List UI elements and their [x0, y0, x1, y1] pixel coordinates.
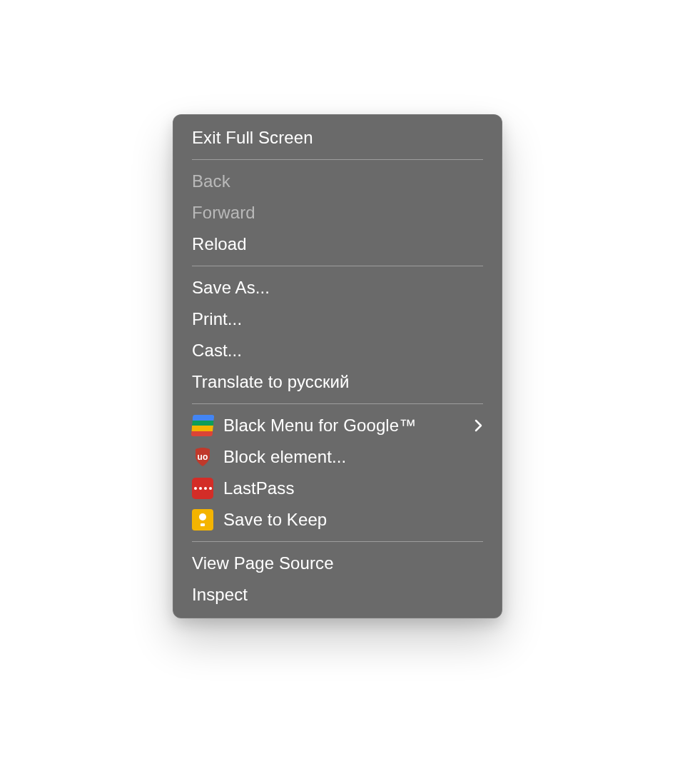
menu-label-forward: Forward	[192, 201, 483, 224]
menu-item-block-element[interactable]: uo Block element...	[173, 441, 502, 473]
menu-separator	[192, 266, 483, 266]
menu-label-exit-full-screen: Exit Full Screen	[192, 126, 483, 149]
google-keep-icon	[192, 509, 213, 531]
menu-item-save-as[interactable]: Save As...	[173, 272, 502, 303]
menu-label-view-page-source: View Page Source	[192, 552, 483, 575]
menu-item-translate[interactable]: Translate to русский	[173, 366, 502, 398]
ublock-origin-icon: uo	[192, 446, 213, 468]
lastpass-icon	[192, 478, 213, 499]
menu-label-cast: Cast...	[192, 339, 483, 362]
menu-label-print: Print...	[192, 308, 483, 331]
menu-item-save-to-keep[interactable]: Save to Keep	[173, 504, 502, 536]
menu-item-cast[interactable]: Cast...	[173, 335, 502, 366]
menu-label-save-as: Save As...	[192, 276, 483, 299]
menu-item-reload[interactable]: Reload	[173, 228, 502, 260]
menu-label-back: Back	[192, 170, 483, 193]
menu-label-block-element: Block element...	[223, 446, 483, 468]
menu-item-lastpass[interactable]: LastPass	[173, 473, 502, 504]
menu-item-forward: Forward	[173, 197, 502, 228]
menu-item-print[interactable]: Print...	[173, 303, 502, 335]
menu-label-translate: Translate to русский	[192, 371, 483, 393]
black-menu-google-icon	[192, 415, 213, 436]
menu-item-inspect[interactable]: Inspect	[173, 579, 502, 610]
menu-label-save-to-keep: Save to Keep	[223, 508, 483, 531]
menu-separator	[192, 541, 483, 542]
menu-item-exit-full-screen[interactable]: Exit Full Screen	[173, 122, 502, 154]
menu-item-back: Back	[173, 166, 502, 197]
menu-item-view-page-source[interactable]: View Page Source	[173, 548, 502, 579]
menu-label-lastpass: LastPass	[223, 477, 483, 500]
svg-text:uo: uo	[198, 452, 208, 462]
menu-label-black-menu-google: Black Menu for Google™	[223, 414, 469, 437]
context-menu: Exit Full Screen Back Forward Reload Sav…	[173, 114, 502, 618]
menu-separator	[192, 159, 483, 160]
menu-separator	[192, 403, 483, 404]
chevron-right-icon	[469, 419, 483, 432]
menu-label-inspect: Inspect	[192, 583, 483, 606]
menu-label-reload: Reload	[192, 233, 483, 256]
menu-item-black-menu-for-google[interactable]: Black Menu for Google™	[173, 410, 502, 441]
